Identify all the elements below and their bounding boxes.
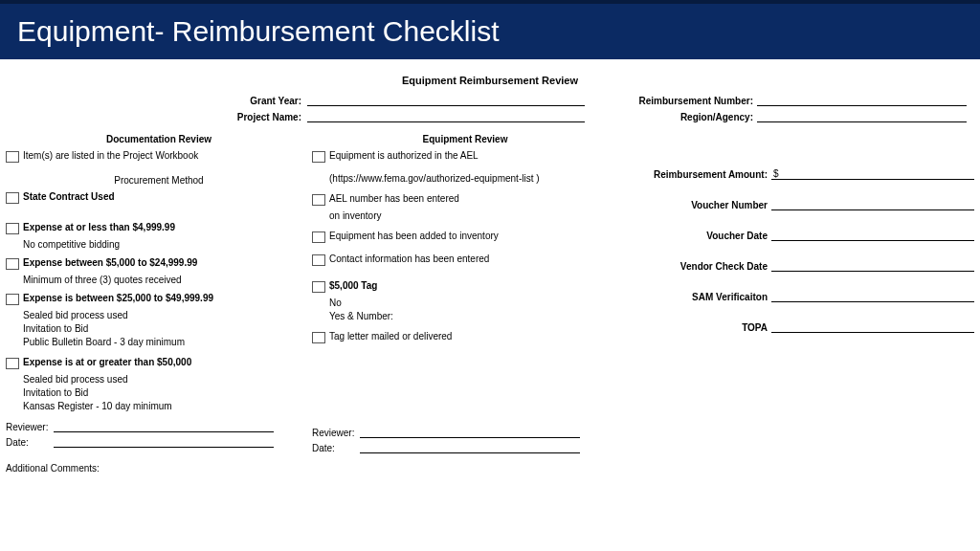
tier3-sub2: Invitation to Bid [23,323,312,334]
voucher-number-label: Voucher Number [637,200,771,210]
procurement-method-heading: Procurement Method [6,175,312,186]
checkbox-contact-info[interactable] [312,254,325,266]
left-reviewer-label: Reviewer: [6,422,54,432]
tier3-sub3: Public Bulletin Board - 3 day minimum [23,337,312,347]
left-date-label: Date: [6,437,54,448]
left-date-input[interactable] [54,436,274,448]
document-body: Equipment Reimbursement Review Grant Yea… [0,59,980,493]
financial-column: Reimbursement Amount: $ Voucher Number V… [618,134,974,474]
top-row-2: Project Name: Region/Agency: [6,112,974,122]
mid-date-row: Date: [312,442,618,453]
label-tag-letter: Tag letter mailed or delivered [329,331,618,342]
top-row-1: Grant Year: Reimbursement Number: [6,96,974,106]
title-banner: Equipment- Reimbursement Checklist [0,0,980,59]
region-agency-label: Region/Agency: [623,112,757,122]
project-name-input[interactable] [307,112,585,122]
ael-url: (https://www.fema.gov/authorized-equipme… [329,173,618,184]
doc-review-heading: Documentation Review [6,134,312,144]
checkbox-tier2[interactable] [6,258,19,270]
checkbox-5000-tag[interactable] [312,281,325,293]
checkbox-tag-letter[interactable] [312,332,325,343]
equipment-review-column: Equipment Review Equipment is authorized… [312,134,618,474]
tag-yes: Yes & Number: [329,311,618,321]
label-state-contract: State Contract Used [23,191,312,202]
label-tier3: Expense is between $25,000 to $49,999.99 [23,293,312,303]
tag-no: No [329,298,618,308]
mid-date-label: Date: [312,443,360,453]
tier4-sub1: Sealed bid process used [23,374,312,385]
reimb-number-input[interactable] [757,96,967,106]
label-5000-tag: $5,000 Tag [329,280,618,291]
tier3-sub1: Sealed bid process used [23,310,312,320]
label-tier4: Expense is at or greater than $50,000 [23,357,312,367]
vendor-check-date-label: Vendor Check Date [637,261,771,272]
label-added-inventory: Equipment has been added to inventory [329,231,618,241]
left-reviewer-row: Reviewer: [6,421,312,432]
grant-year-input[interactable] [307,96,585,106]
mid-reviewer-input[interactable] [360,427,580,438]
reimb-number-label: Reimbursement Number: [623,96,757,106]
label-contact-info: Contact information has been entered [329,253,618,264]
left-reviewer-input[interactable] [54,421,274,432]
label-tier1: Expense at or less than $4,999.99 [23,222,312,232]
label-ael-auth: Equipment is authorized in the AEL [329,150,618,161]
equip-review-heading: Equipment Review [312,134,618,144]
mid-reviewer-label: Reviewer: [312,428,360,438]
tier4-sub3: Kansas Register - 10 day minimum [23,401,312,411]
checkbox-ael-auth[interactable] [312,151,325,163]
checkbox-tier1[interactable] [6,223,19,234]
documentation-review-column: Documentation Review Item(s) are listed … [6,134,312,474]
sam-verification-label: SAM Verificaiton [637,292,771,302]
voucher-date-label: Voucher Date [637,231,771,241]
on-inventory: on inventory [329,210,618,221]
dollar-sign: $ [773,168,779,179]
topa-label: TOPA [637,322,771,333]
sam-verification-input[interactable] [771,291,974,302]
topa-input[interactable] [771,321,974,333]
project-name-label: Project Name: [6,112,307,122]
reimb-amount-input[interactable]: $ [771,168,974,180]
columns: Documentation Review Item(s) are listed … [6,134,974,474]
additional-comments-label: Additional Comments: [6,463,312,474]
document-title: Equipment Reimbursement Review [6,75,974,86]
checkbox-ael-entered[interactable] [312,194,325,206]
mid-date-input[interactable] [360,442,580,453]
tier4-sub2: Invitation to Bid [23,387,312,398]
voucher-date-input[interactable] [771,230,974,241]
left-date-row: Date: [6,436,312,448]
checkbox-tier3[interactable] [6,294,19,305]
label-tier2: Expense between $5,000 to $24,999.99 [23,257,312,268]
checkbox-state-contract[interactable] [6,192,19,204]
tier2-sub: Minimum of three (3) quotes received [23,275,312,285]
label-item-listed: Item(s) are listed in the Project Workbo… [23,150,312,161]
grant-year-label: Grant Year: [6,96,307,106]
reimb-amount-label: Reimbursement Amount: [637,169,771,180]
page-title: Equipment- Reimbursement Checklist [17,15,963,48]
checkbox-added-inventory[interactable] [312,231,325,243]
voucher-number-input[interactable] [771,199,974,210]
vendor-check-date-input[interactable] [771,260,974,272]
region-agency-input[interactable] [757,112,967,122]
label-ael-entered: AEL number has been entered [329,193,618,204]
mid-reviewer-row: Reviewer: [312,427,618,438]
checkbox-item-listed[interactable] [6,151,19,163]
checkbox-tier4[interactable] [6,358,19,369]
tier1-sub: No competitive bidding [23,239,312,250]
